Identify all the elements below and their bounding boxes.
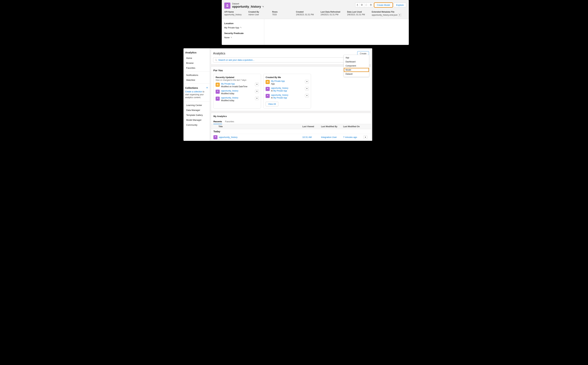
svg-rect-5 — [267, 81, 268, 82]
created-by-me-card: Created By Me My Private AppApp ▼ opport… — [263, 74, 311, 109]
view-all-button[interactable]: View All — [266, 102, 278, 106]
meta-label-lastused: Data Last Used — [347, 11, 365, 13]
list-item: opportunity_historyIn My Private App ▼ — [266, 87, 309, 92]
meta-label-api: API Name — [224, 11, 242, 13]
row-title[interactable]: opportunity_history — [219, 136, 302, 139]
item-dropdown[interactable]: ▼ — [305, 87, 309, 90]
my-analytics-section: My Analytics Recents Favorites Title Las… — [211, 113, 371, 141]
create-collection-link[interactable]: Create a collection — [185, 91, 202, 93]
col-last-modified-on: Last Modified On — [343, 125, 364, 128]
dataset-row-icon — [213, 135, 217, 139]
item-dropdown[interactable]: ▼ — [305, 80, 309, 83]
sidebar-item-favorites[interactable]: Favorites — [183, 65, 210, 70]
sidebar-item-template[interactable]: Template Gallery — [183, 112, 210, 118]
table-row[interactable]: opportunity_history 10:31 AM Integration… — [211, 134, 371, 141]
explore-button[interactable]: Explore — [394, 3, 406, 7]
create-menu-app[interactable]: App — [344, 56, 369, 60]
row-last-viewed: 10:31 AM — [302, 136, 321, 139]
svg-point-0 — [362, 5, 362, 5]
item-dropdown[interactable]: ▼ — [255, 83, 259, 86]
sidebar-item-datamgr[interactable]: Data Manager — [183, 108, 210, 112]
dataset-toolbar — [355, 3, 373, 7]
create-menu-dashboard[interactable]: Dashboard — [344, 60, 369, 64]
meta-value-xmd: opportunity_history.xmd.json — [372, 14, 398, 16]
item-dropdown[interactable]: ▼ — [255, 90, 259, 93]
xmd-dropdown-icon[interactable]: ▼ — [398, 14, 401, 16]
sidebar-item-watchlist[interactable]: Watchlist — [183, 77, 210, 83]
add-collection-icon[interactable]: + — [206, 86, 208, 90]
sidebar-item-learning[interactable]: Learning Center — [183, 103, 210, 108]
item-icon — [266, 80, 270, 84]
created-title: Created By Me — [266, 76, 309, 79]
recent-subtitle: New or changed in the last 7 days — [216, 79, 259, 81]
item-link[interactable]: My Private App — [271, 80, 285, 82]
tab-recents[interactable]: Recents — [213, 119, 222, 124]
meta-value-refreshed: 2/8/2023, 01:31 PM — [320, 14, 340, 16]
group-today: Today — [211, 129, 371, 134]
edit-predicate-icon[interactable]: ✎ — [231, 36, 232, 39]
item-icon — [266, 87, 270, 91]
meta-label-created: Created — [296, 11, 314, 13]
analytics-home-panel: Analytics Home Browse Favorites Notifica… — [183, 48, 372, 141]
location-value: My Private App — [224, 26, 239, 29]
dataset-icon — [224, 3, 230, 9]
item-dropdown[interactable]: ▼ — [305, 94, 309, 97]
item-link[interactable]: opportunity_history — [271, 94, 288, 96]
tab-favorites[interactable]: Favorites — [225, 119, 234, 124]
sidebar-item-home[interactable]: Home — [183, 56, 210, 61]
recently-updated-card: Recently Updated New or changed in the l… — [213, 74, 261, 109]
location-label: Location — [224, 22, 262, 25]
item-sub: In My Private App — [271, 90, 287, 92]
list-item: opportunity_historyModified today ▼ — [216, 90, 259, 95]
item-dropdown[interactable]: ▼ — [255, 97, 259, 100]
sidebar-item-community[interactable]: Community — [183, 122, 210, 127]
item-link[interactable]: opportunity_history — [271, 87, 288, 89]
dataset-kicker: Dataset — [232, 3, 355, 5]
create-menu-component[interactable]: Component — [344, 64, 369, 68]
item-link[interactable]: opportunity_history — [221, 90, 238, 92]
refresh-icon — [364, 3, 369, 7]
meta-value-created: 2/8/2023, 01:31 PM — [296, 14, 314, 16]
item-sub: Modified today — [221, 92, 234, 95]
upload-icon[interactable] — [355, 3, 360, 7]
page-title: Analytics — [213, 52, 225, 55]
gear-icon[interactable] — [360, 3, 364, 7]
meta-value-lastused: 2/8/2023, 01:31 PM — [347, 14, 365, 16]
row-last-modified-by: Integration User — [321, 136, 343, 139]
col-title: Title — [213, 125, 302, 128]
predicate-label: Security Predicate — [224, 32, 262, 35]
dataset-header: Dataset opportunity_history ✎ Create Mod… — [222, 0, 409, 19]
sidebar-item-notifications[interactable]: Notifications — [183, 73, 210, 77]
item-sub: Modified on Invalid DateTime — [221, 85, 247, 88]
item-sub-link[interactable]: My Private App — [273, 90, 287, 92]
item-link[interactable]: My Private App — [221, 83, 235, 85]
sidebar-item-modelmgr[interactable]: Model Manager — [183, 118, 210, 122]
trash-icon[interactable] — [369, 3, 373, 7]
recent-title: Recently Updated — [216, 76, 259, 79]
row-actions-dropdown[interactable]: ▼ — [364, 136, 367, 139]
item-sub: In My Private App — [271, 97, 287, 99]
create-menu-model[interactable]: Model — [344, 68, 369, 72]
item-sub-link[interactable]: My Private App — [273, 97, 287, 99]
sidebar: Analytics Home Browse Favorites Notifica… — [183, 48, 210, 141]
sidebar-title: Analytics — [183, 50, 210, 56]
item-sub: Modified today — [221, 99, 234, 102]
meta-label-xmd: Extended Metadata File — [372, 11, 401, 13]
my-analytics-title: My Analytics — [211, 115, 371, 119]
collections-title: Collections — [185, 87, 198, 89]
collections-help-text: Create a collection to start organizing … — [183, 90, 210, 100]
list-item: My Private AppApp ▼ — [266, 80, 309, 85]
item-link[interactable]: opportunity_history — [221, 97, 238, 99]
sidebar-item-browse[interactable]: Browse — [183, 61, 210, 65]
predicate-value: None — [224, 36, 229, 39]
item-icon — [266, 94, 270, 98]
edit-location-icon[interactable]: ✎ — [240, 27, 242, 29]
edit-title-icon[interactable]: ✎ — [262, 6, 264, 8]
meta-label-createdby: Created By — [248, 11, 265, 13]
create-menu-dataset[interactable]: Dataset — [344, 72, 369, 76]
item-icon — [216, 83, 220, 87]
col-last-modified-by: Last Modified By — [321, 125, 343, 128]
meta-label-rows: Rows — [272, 11, 289, 13]
item-icon — [216, 97, 220, 101]
create-model-button[interactable]: Create Model — [374, 3, 393, 7]
